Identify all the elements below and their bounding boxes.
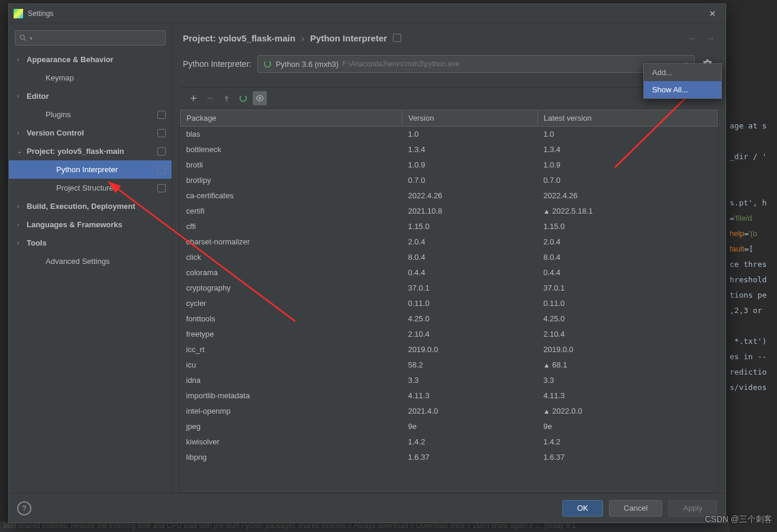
packages-table-wrap[interactable]: Package Version Latest version blas1.01.… [179, 109, 718, 493]
cell-package: brotli [180, 157, 402, 173]
cell-version: 58.2 [402, 357, 538, 373]
interpreter-dropdown[interactable]: Python 3.6 (mxh3) F:\Anaconda3\envs\mxh3… [257, 55, 695, 73]
cell-latest: 37.0.1 [537, 280, 717, 296]
svg-line-1 [24, 39, 26, 41]
sidebar-item-label: Languages & Frameworks [27, 220, 122, 229]
cell-version: 8.0.4 [402, 250, 538, 265]
table-row[interactable]: certifi2021.10.8▲2022.5.18.1 [180, 204, 718, 219]
cell-version: 1.0.9 [402, 157, 538, 173]
cell-latest: 2.0.4 [537, 234, 717, 250]
table-row[interactable]: importlib-metadata4.11.34.11.3 [180, 388, 718, 404]
cell-latest: 0.7.0 [537, 173, 717, 188]
table-row[interactable]: idna3.33.3 [180, 373, 718, 388]
upgrade-package-button[interactable] [220, 91, 234, 105]
cell-version: 1.0 [402, 127, 538, 142]
search-input[interactable]: ▾ [15, 30, 166, 46]
sidebar-item[interactable]: ›Appearance & Behavior [9, 50, 172, 69]
sidebar-item[interactable]: Advanced Settings [9, 252, 172, 270]
dialog-body: ▾ ›Appearance & BehaviorKeymap›EditorPlu… [9, 23, 726, 493]
project-badge-icon [157, 111, 166, 119]
sidebar-item[interactable]: Keymap [9, 69, 172, 87]
remove-package-button[interactable] [203, 91, 217, 105]
table-row[interactable]: click8.0.48.0.4 [180, 250, 718, 265]
table-row[interactable]: bottleneck1.3.41.3.4 [180, 142, 718, 157]
nav-forward-icon[interactable]: → [706, 33, 715, 43]
dialog-footer: ? OK Cancel Apply [9, 493, 726, 523]
ok-button[interactable]: OK [562, 500, 603, 517]
table-row[interactable]: intel-openmp2021.4.0▲2022.0.0 [180, 404, 718, 419]
table-row[interactable]: icu58.2▲68.1 [180, 357, 718, 373]
popup-show-all[interactable]: Show All... [644, 81, 721, 98]
sidebar-item[interactable]: Plugins [9, 105, 172, 124]
table-row[interactable]: jpeg9e9e [180, 419, 718, 434]
cell-version: 4.11.3 [402, 388, 538, 404]
background-code: age at s _dir / ' s.pt', h ='file/d help… [730, 0, 777, 532]
close-icon[interactable]: ✕ [704, 8, 721, 20]
add-package-button[interactable] [186, 91, 201, 105]
upgrade-arrow-icon: ▲ [543, 208, 550, 215]
table-row[interactable]: colorama0.4.40.4.4 [180, 265, 718, 280]
sidebar-item[interactable]: ›Version Control [9, 124, 172, 142]
table-row[interactable]: libpng1.6.371.6.37 [180, 450, 718, 465]
cell-version: 1.15.0 [402, 219, 538, 234]
popup-add[interactable]: Add... [644, 64, 721, 81]
packages-table: Package Version Latest version blas1.01.… [180, 109, 718, 465]
cell-package: idna [180, 373, 402, 388]
interpreter-path: F:\Anaconda3\envs\mxh3\python.exe [342, 60, 683, 68]
svg-point-7 [259, 97, 261, 99]
table-row[interactable]: cycler0.11.00.11.0 [180, 296, 718, 311]
search-icon [19, 34, 27, 42]
sidebar-item-label: Advanced Settings [46, 257, 109, 266]
cancel-button[interactable]: Cancel [609, 500, 662, 517]
sidebar-item-label: Python Interpreter [56, 165, 118, 174]
sidebar-item[interactable]: ›Editor [9, 87, 172, 105]
table-row[interactable]: kiwisolver1.4.21.4.2 [180, 434, 718, 450]
expand-arrow-icon: › [17, 93, 25, 99]
watermark: CSDN @三个刺客 [705, 514, 772, 525]
cell-package: fonttools [180, 311, 402, 327]
cell-package: colorama [180, 265, 402, 280]
table-row[interactable]: brotlipy0.7.00.7.0 [180, 173, 718, 188]
col-package[interactable]: Package [180, 110, 402, 127]
sidebar: ▾ ›Appearance & BehaviorKeymap›EditorPlu… [9, 23, 172, 493]
col-version[interactable]: Version [402, 110, 538, 127]
table-row[interactable]: charset-normalizer2.0.42.0.4 [180, 234, 718, 250]
sidebar-item[interactable]: ›Languages & Frameworks [9, 215, 172, 234]
table-row[interactable]: freetype2.10.42.10.4 [180, 327, 718, 342]
upgrade-arrow-icon: ▲ [543, 408, 550, 415]
sidebar-item-label: Version Control [27, 128, 84, 137]
expand-arrow-icon: › [17, 203, 25, 209]
table-row[interactable]: ca-certificates2022.4.262022.4.26 [180, 188, 718, 204]
cell-version: 1.3.4 [402, 142, 538, 157]
cell-package: cryptography [180, 280, 402, 296]
table-row[interactable]: fonttools4.25.04.25.0 [180, 311, 718, 327]
cell-version: 2.10.4 [402, 327, 538, 342]
col-latest[interactable]: Latest version [537, 110, 717, 127]
help-button[interactable]: ? [17, 501, 31, 515]
sidebar-item[interactable]: Project Structure [9, 179, 172, 197]
cell-version: 0.11.0 [402, 296, 538, 311]
cell-package: bottleneck [180, 142, 402, 157]
nav-back-icon[interactable]: ← [688, 33, 697, 43]
table-row[interactable]: icc_rt2019.0.02019.0.0 [180, 342, 718, 357]
sidebar-item[interactable]: ›Tools [9, 234, 172, 252]
sidebar-item[interactable]: ⌄Project: yolov5_flask-main [9, 142, 172, 160]
cell-package: certifi [180, 204, 402, 219]
sidebar-item[interactable]: ›Build, Execution, Deployment [9, 197, 172, 215]
cell-latest: 9e [537, 419, 717, 434]
cell-latest: 1.15.0 [537, 219, 717, 234]
cell-latest: 0.4.4 [537, 265, 717, 280]
cell-package: icc_rt [180, 342, 402, 357]
table-row[interactable]: blas1.01.0 [180, 127, 718, 142]
table-row[interactable]: cryptography37.0.137.0.1 [180, 280, 718, 296]
table-row[interactable]: cffi1.15.01.15.0 [180, 219, 718, 234]
cell-latest: ▲68.1 [537, 357, 717, 373]
refresh-button[interactable] [236, 91, 250, 105]
cell-version: 9e [402, 419, 538, 434]
table-row[interactable]: brotli1.0.91.0.9 [180, 157, 718, 173]
show-early-releases-button[interactable] [253, 91, 267, 105]
sidebar-item[interactable]: Python Interpreter [9, 160, 172, 179]
cell-package: cffi [180, 219, 402, 234]
cell-version: 2.0.4 [402, 234, 538, 250]
expand-arrow-icon: › [17, 221, 25, 228]
